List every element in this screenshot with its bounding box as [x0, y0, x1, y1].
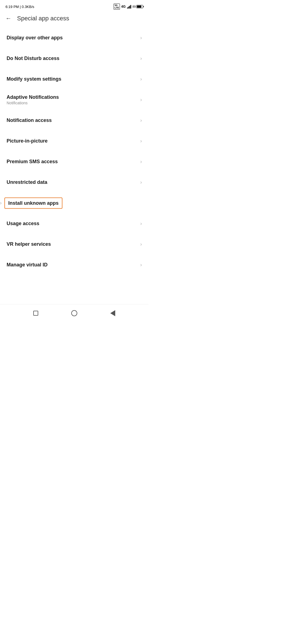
menu-item-content: Picture-in-picture: [7, 138, 48, 144]
back-nav-button[interactable]: [107, 308, 118, 319]
menu-content: Display over other apps › Do Not Disturb…: [0, 28, 148, 293]
menu-item-do-not-disturb[interactable]: Do Not Disturb access ›: [0, 48, 148, 69]
chevron-icon: ›: [140, 76, 142, 82]
speed-separator: |: [20, 5, 22, 9]
recents-button[interactable]: [30, 308, 41, 319]
menu-item-content: Do Not Disturb access: [7, 56, 59, 61]
menu-item-content: Adaptive Notifications Notifications: [7, 94, 59, 105]
menu-item-title: Premium SMS access: [7, 159, 58, 165]
back-nav-icon: [110, 310, 115, 316]
menu-item-unrestricted-data[interactable]: Unrestricted data ›: [0, 172, 148, 193]
highlight-box: Install unknown apps: [4, 197, 62, 209]
menu-item-vr-helper[interactable]: VR helper services ›: [0, 234, 148, 255]
chevron-icon: ›: [140, 159, 142, 165]
menu-item-content: Premium SMS access: [7, 159, 58, 165]
menu-item-title: Modify system settings: [7, 76, 61, 82]
chevron-icon: ›: [140, 179, 142, 185]
menu-item-title: Display over other apps: [7, 35, 63, 41]
speed-display: 0.3KB/s: [22, 5, 34, 9]
menu-item-display-over[interactable]: Display over other apps ›: [0, 28, 148, 48]
chevron-icon: ›: [140, 221, 142, 227]
page-title: Special app access: [17, 15, 69, 22]
menu-item-subtitle: Notifications: [7, 101, 59, 105]
home-button[interactable]: [69, 308, 80, 319]
chevron-icon: ›: [140, 35, 142, 41]
menu-item-picture-in-picture[interactable]: Picture-in-picture ›: [0, 131, 148, 151]
menu-item-content: Unrestricted data: [7, 179, 47, 185]
battery-level: 89: [133, 5, 136, 8]
menu-item-title: Adaptive Notifications: [7, 94, 59, 100]
menu-item-title: Do Not Disturb access: [7, 56, 59, 61]
chevron-icon: ›: [140, 262, 142, 268]
time-display: 6:19 PM: [6, 5, 19, 9]
menu-item-premium-sms[interactable]: Premium SMS access ›: [0, 151, 148, 172]
status-time-speed: 6:19 PM | 0.3KB/s: [6, 5, 34, 9]
home-icon: [71, 310, 77, 316]
chevron-icon: ›: [140, 56, 142, 61]
menu-item-content: Manage virtual ID: [7, 262, 48, 268]
menu-item-content: Usage access: [7, 221, 39, 227]
menu-item-content: VR helper services: [7, 241, 51, 247]
menu-item-title: Picture-in-picture: [7, 138, 48, 144]
menu-item-title: Unrestricted data: [7, 179, 47, 185]
menu-item-title: VR helper services: [7, 241, 51, 247]
volte-icon: VoLTE: [114, 4, 120, 10]
battery-icon: [136, 5, 143, 8]
menu-item-manage-virtual-id[interactable]: Manage virtual ID ›: [0, 255, 148, 275]
menu-item-content: Display over other apps: [7, 35, 63, 41]
menu-item-content: Notification access: [7, 118, 52, 123]
page-header: ← Special app access: [0, 12, 148, 28]
back-button[interactable]: ←: [6, 15, 12, 21]
menu-item-usage-access[interactable]: Usage access ›: [0, 213, 148, 234]
navigation-bar: [0, 304, 148, 322]
menu-item-adaptive-notifications[interactable]: Adaptive Notifications Notifications ›: [0, 89, 148, 110]
menu-item-install-unknown-apps[interactable]: Install unknown apps ›: [0, 193, 148, 213]
chevron-icon: ›: [140, 241, 142, 247]
menu-item-content: Modify system settings: [7, 76, 61, 82]
network-type: 4G: [121, 5, 126, 9]
menu-item-title: Notification access: [7, 118, 52, 123]
battery-indicator: 89: [133, 5, 143, 8]
recents-icon: [33, 311, 38, 316]
chevron-icon: ›: [140, 118, 142, 123]
menu-item-title: Install unknown apps: [8, 200, 59, 206]
menu-item-modify-system[interactable]: Modify system settings ›: [0, 69, 148, 89]
menu-item-notification-access[interactable]: Notification access ›: [0, 110, 148, 131]
chevron-icon: ›: [140, 138, 142, 144]
chevron-icon: ›: [140, 97, 142, 103]
chevron-icon: ›: [0, 200, 2, 206]
menu-item-title: Manage virtual ID: [7, 262, 48, 268]
status-bar: 6:19 PM | 0.3KB/s VoLTE 4G 89: [0, 0, 148, 12]
signal-icon: [127, 5, 131, 9]
settings-list: Display over other apps › Do Not Disturb…: [0, 28, 148, 275]
status-icons: VoLTE 4G 89: [114, 4, 143, 10]
menu-item-title: Usage access: [7, 221, 39, 227]
